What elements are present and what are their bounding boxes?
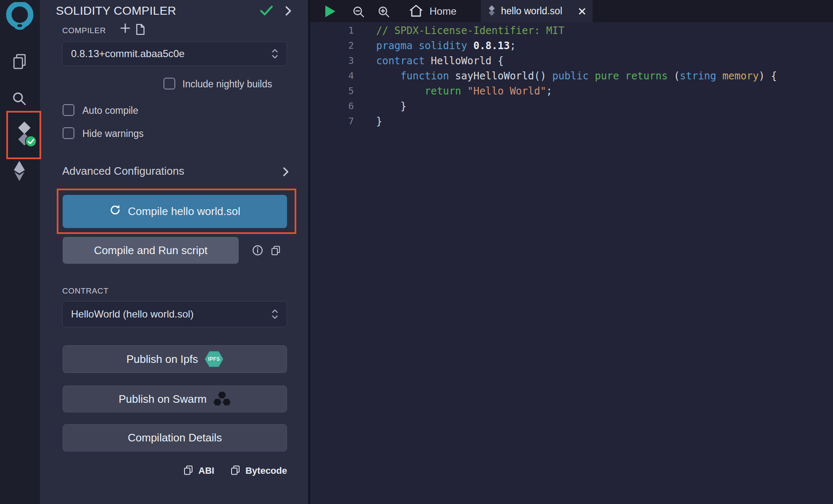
remix-ide: { "colors": { "accent_blue": "#3a7aa4", … <box>0 0 833 504</box>
hide-warnings-checkbox[interactable] <box>63 127 74 139</box>
code-text: function sayHelloWorld() public pure ret… <box>376 68 777 84</box>
contract-section-label: CONTRACT <box>62 286 108 296</box>
compilation-details-button[interactable]: Compilation Details <box>63 424 287 452</box>
tab-home-label: Home <box>430 5 456 17</box>
tab-hello-world-label: hello world.sol <box>501 5 562 17</box>
code-text: } <box>376 99 406 114</box>
auto-compile-label: Auto compile <box>82 105 138 116</box>
solidity-file-icon <box>488 5 496 18</box>
copy-bytecode-button[interactable]: Bytecode <box>230 465 287 477</box>
contract-select-value: HelloWorld (hello world.sol) <box>71 308 194 320</box>
code-lines: 1// SPDX-License-Identifier: MIT2pragma … <box>310 23 833 129</box>
publish-ipfs-button[interactable]: Publish on Ipfs IPFS <box>63 345 287 373</box>
zoom-out-icon[interactable] <box>352 5 365 20</box>
abi-label: ABI <box>198 465 214 476</box>
code-line[interactable]: 6 } <box>310 99 833 114</box>
code-text: // SPDX-License-Identifier: MIT <box>376 23 564 38</box>
code-line[interactable]: 4 function sayHelloWorld() public pure r… <box>310 68 833 84</box>
copy-icon <box>183 465 193 477</box>
advanced-configurations-chevron-icon[interactable] <box>283 167 289 178</box>
bytecode-label: Bytecode <box>245 465 287 476</box>
copy-abi-button[interactable]: ABI <box>183 465 214 477</box>
tab-home[interactable]: Home <box>406 0 459 22</box>
panel-expand-chevron-icon[interactable] <box>285 6 291 18</box>
line-number: 6 <box>310 99 354 114</box>
line-number: 1 <box>310 23 354 38</box>
copy-icon <box>230 465 240 477</box>
remix-logo[interactable] <box>4 2 35 32</box>
refresh-icon <box>109 204 121 219</box>
code-line[interactable]: 7} <box>310 114 833 129</box>
hide-warnings-label: Hide warnings <box>82 128 144 139</box>
compiler-version-value: 0.8.13+commit.abaa5c0e <box>71 48 185 60</box>
contract-select[interactable]: HelloWorld (hello world.sol) <box>62 301 287 327</box>
code-line[interactable]: 3contract HelloWorld { <box>310 53 833 68</box>
abi-bytecode-row: ABI Bytecode <box>63 465 287 477</box>
search-icon[interactable] <box>11 91 27 108</box>
editor-tabbar: Home hello world.sol <box>310 0 833 22</box>
include-nightly-checkbox[interactable] <box>163 78 175 89</box>
code-editor[interactable]: 1// SPDX-License-Identifier: MIT2pragma … <box>310 22 833 504</box>
compile-and-run-button[interactable]: Compile and Run script <box>63 237 239 264</box>
compiler-config-file-icon[interactable] <box>136 24 145 37</box>
code-text: pragma solidity 0.8.13; <box>376 38 516 53</box>
advanced-configurations-label[interactable]: Advanced Configurations <box>62 165 185 178</box>
panel-title: SOLIDITY COMPILER <box>56 4 176 18</box>
compile-success-badge-icon <box>25 135 37 149</box>
compiler-version-select[interactable]: 0.8.13+commit.abaa5c0e <box>62 42 287 66</box>
compile-success-check-icon <box>260 5 273 18</box>
publish-swarm-label: Publish on Swarm <box>119 393 207 406</box>
select-stepper-icon <box>272 49 278 59</box>
code-text: contract HelloWorld { <box>376 53 503 68</box>
run-script-icon[interactable] <box>325 5 335 17</box>
compile-button-label: Compile hello world.sol <box>128 205 240 218</box>
compilation-details-label: Compilation Details <box>128 431 222 444</box>
code-text: return "Hello World"; <box>376 84 552 99</box>
home-icon <box>409 4 424 19</box>
line-number: 4 <box>310 68 354 84</box>
code-line[interactable]: 2pragma solidity 0.8.13; <box>310 38 833 53</box>
code-line[interactable]: 1// SPDX-License-Identifier: MIT <box>310 23 833 38</box>
code-line[interactable]: 5 return "Hello World"; <box>310 84 833 99</box>
line-number: 5 <box>310 84 354 99</box>
auto-compile-checkbox[interactable] <box>63 104 74 116</box>
side-panel: SOLIDITY COMPILER COMPILER 0.8.13+commit… <box>40 0 308 504</box>
line-number: 2 <box>310 38 354 53</box>
panel-divider[interactable] <box>308 0 310 504</box>
close-tab-icon[interactable] <box>578 8 586 15</box>
select-stepper-icon <box>272 309 278 319</box>
publish-ipfs-label: Publish on Ipfs <box>127 353 198 366</box>
code-text: } <box>376 114 382 129</box>
ipfs-icon: IPFS <box>205 351 223 368</box>
deploy-and-run-icon[interactable] <box>13 161 26 183</box>
compile-and-run-label: Compile and Run script <box>94 244 207 257</box>
add-compiler-icon[interactable] <box>120 23 131 35</box>
file-explorer-icon[interactable] <box>12 53 28 71</box>
compiler-section-label: COMPILER <box>62 26 106 35</box>
swarm-icon <box>214 391 231 407</box>
copy-icon[interactable] <box>271 245 281 257</box>
editor-area: Home hello world.sol 1// SPDX-License-Id… <box>310 0 833 504</box>
compile-button[interactable]: Compile hello world.sol <box>63 195 287 228</box>
line-number: 7 <box>310 114 354 129</box>
activity-bar <box>0 0 40 504</box>
info-icon[interactable] <box>252 245 263 257</box>
tab-hello-world-sol[interactable]: hello world.sol <box>481 0 593 22</box>
zoom-in-icon[interactable] <box>377 5 390 20</box>
include-nightly-label: Include nightly builds <box>182 78 272 90</box>
line-number: 3 <box>310 53 354 68</box>
publish-swarm-button[interactable]: Publish on Swarm <box>63 386 287 412</box>
